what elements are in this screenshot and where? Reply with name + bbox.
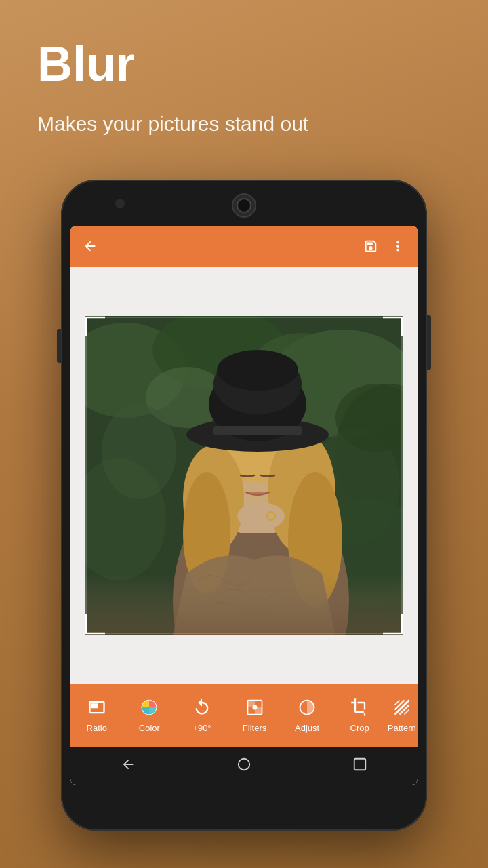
nav-bar	[70, 747, 418, 785]
svg-line-41	[394, 701, 399, 705]
pattern-label: Pattern	[388, 723, 416, 733]
page-title: Blur	[37, 37, 451, 91]
photo-canvas[interactable]	[85, 316, 403, 635]
bottom-toolbar: Ratio Color	[70, 684, 418, 747]
front-camera-dot	[115, 199, 125, 208]
nav-recent-button[interactable]	[352, 757, 367, 775]
svg-rect-31	[92, 703, 98, 708]
front-camera	[232, 193, 256, 218]
tool-filters[interactable]: Filters	[228, 684, 281, 747]
tool-crop[interactable]: Crop	[333, 684, 386, 747]
svg-point-43	[239, 758, 250, 770]
tool-pattern[interactable]: Pattern	[386, 684, 418, 747]
tool-color[interactable]: Color	[123, 684, 176, 747]
ratio-label: Ratio	[87, 723, 107, 733]
power-button	[427, 315, 431, 370]
nav-home-button[interactable]	[237, 757, 251, 775]
rotate-label: +90°	[192, 723, 211, 733]
filters-label: Filters	[243, 723, 266, 733]
pattern-icon	[392, 698, 411, 719]
color-icon	[140, 698, 159, 719]
crop-icon	[350, 698, 369, 719]
svg-point-36	[252, 705, 257, 710]
svg-rect-44	[354, 758, 365, 770]
more-options-button[interactable]	[390, 239, 405, 254]
svg-rect-28	[85, 574, 403, 635]
adjust-icon	[298, 698, 317, 719]
adjust-label: Adjust	[295, 723, 319, 733]
svg-point-26	[237, 502, 285, 530]
phone-mockup: Ratio Color	[61, 180, 427, 831]
nav-back-button[interactable]	[121, 757, 136, 775]
tool-rotate[interactable]: +90°	[176, 684, 228, 747]
phone-screen: Ratio Color	[70, 226, 418, 785]
svg-point-10	[102, 404, 176, 499]
page-subtitle: Makes your pictures stand out	[37, 110, 451, 138]
volume-button	[57, 329, 61, 363]
color-label: Color	[139, 723, 160, 733]
svg-line-42	[404, 710, 409, 715]
tool-ratio[interactable]: Ratio	[70, 684, 123, 747]
save-button[interactable]	[363, 239, 378, 254]
back-button[interactable]	[83, 239, 98, 254]
crop-label: Crop	[350, 723, 369, 733]
app-toolbar	[70, 226, 418, 267]
svg-line-39	[394, 701, 404, 710]
filters-icon	[245, 698, 264, 719]
svg-point-24	[217, 350, 298, 391]
ratio-icon	[87, 698, 106, 719]
rotate-icon	[192, 698, 211, 719]
svg-line-40	[399, 705, 409, 715]
image-editor-area	[70, 267, 418, 684]
svg-rect-25	[214, 426, 302, 435]
tool-adjust[interactable]: Adjust	[281, 684, 333, 747]
